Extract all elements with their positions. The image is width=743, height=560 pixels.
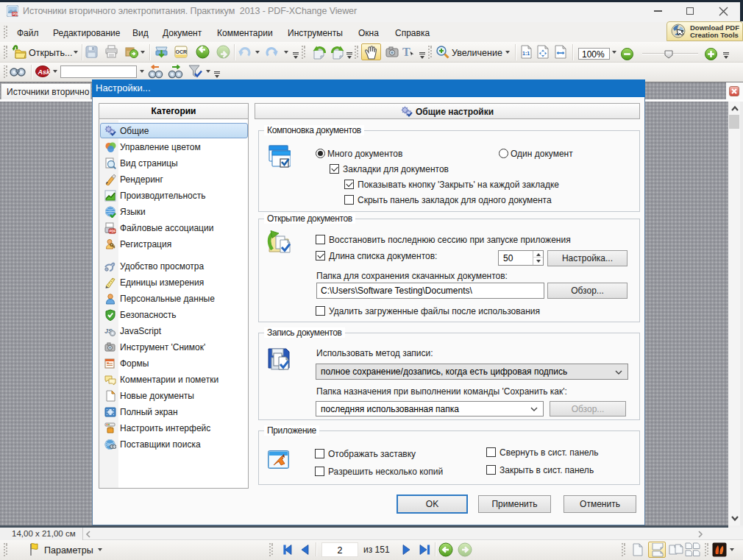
svg-text:PDF: PDF (13, 13, 18, 16)
svg-text:Ask: Ask (38, 68, 51, 76)
svg-text:PDF: PDF (110, 230, 116, 233)
svg-text:1:1: 1:1 (522, 51, 530, 56)
svg-text:OCR: OCR (176, 49, 188, 54)
svg-text:T: T (402, 46, 410, 58)
